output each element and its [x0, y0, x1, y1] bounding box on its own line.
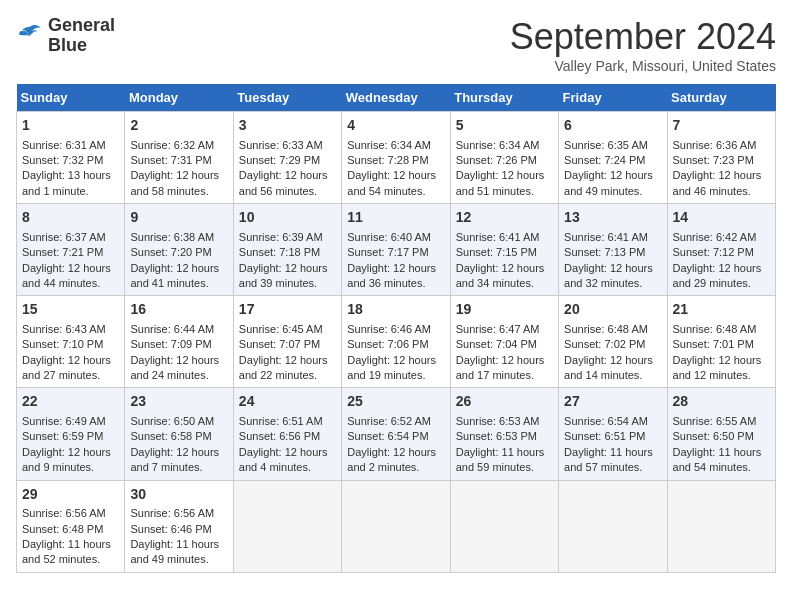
- daylight-text: Daylight: 12 hours and 2 minutes.: [347, 446, 436, 473]
- daylight-text: Daylight: 11 hours and 54 minutes.: [673, 446, 762, 473]
- day-number: 29: [22, 485, 119, 505]
- calendar-cell: 13Sunrise: 6:41 AMSunset: 7:13 PMDayligh…: [559, 204, 667, 296]
- calendar-cell: 10Sunrise: 6:39 AMSunset: 7:18 PMDayligh…: [233, 204, 341, 296]
- day-number: 20: [564, 300, 661, 320]
- logo: General Blue: [16, 16, 115, 56]
- calendar-cell: 11Sunrise: 6:40 AMSunset: 7:17 PMDayligh…: [342, 204, 450, 296]
- day-number: 6: [564, 116, 661, 136]
- day-number: 24: [239, 392, 336, 412]
- sunrise-text: Sunrise: 6:49 AM: [22, 415, 106, 427]
- calendar-cell: 1Sunrise: 6:31 AMSunset: 7:32 PMDaylight…: [17, 112, 125, 204]
- sunset-text: Sunset: 7:02 PM: [564, 338, 645, 350]
- calendar-cell: 23Sunrise: 6:50 AMSunset: 6:58 PMDayligh…: [125, 388, 233, 480]
- daylight-text: Daylight: 12 hours and 36 minutes.: [347, 262, 436, 289]
- sunrise-text: Sunrise: 6:41 AM: [564, 231, 648, 243]
- sunset-text: Sunset: 7:12 PM: [673, 246, 754, 258]
- calendar-cell: [233, 480, 341, 572]
- sunset-text: Sunset: 7:06 PM: [347, 338, 428, 350]
- day-number: 30: [130, 485, 227, 505]
- logo-text: General Blue: [48, 16, 115, 56]
- sunset-text: Sunset: 7:23 PM: [673, 154, 754, 166]
- daylight-text: Daylight: 11 hours and 52 minutes.: [22, 538, 111, 565]
- sunrise-text: Sunrise: 6:40 AM: [347, 231, 431, 243]
- daylight-text: Daylight: 12 hours and 34 minutes.: [456, 262, 545, 289]
- day-number: 12: [456, 208, 553, 228]
- daylight-text: Daylight: 12 hours and 58 minutes.: [130, 169, 219, 196]
- sunset-text: Sunset: 7:01 PM: [673, 338, 754, 350]
- calendar-cell: 25Sunrise: 6:52 AMSunset: 6:54 PMDayligh…: [342, 388, 450, 480]
- title-block: September 2024 Valley Park, Missouri, Un…: [510, 16, 776, 74]
- calendar-cell: 9Sunrise: 6:38 AMSunset: 7:20 PMDaylight…: [125, 204, 233, 296]
- daylight-text: Daylight: 12 hours and 49 minutes.: [564, 169, 653, 196]
- calendar-cell: 6Sunrise: 6:35 AMSunset: 7:24 PMDaylight…: [559, 112, 667, 204]
- month-title: September 2024: [510, 16, 776, 58]
- daylight-text: Daylight: 12 hours and 27 minutes.: [22, 354, 111, 381]
- day-number: 5: [456, 116, 553, 136]
- day-number: 18: [347, 300, 444, 320]
- day-number: 14: [673, 208, 770, 228]
- daylight-text: Daylight: 12 hours and 14 minutes.: [564, 354, 653, 381]
- day-number: 21: [673, 300, 770, 320]
- calendar-cell: 24Sunrise: 6:51 AMSunset: 6:56 PMDayligh…: [233, 388, 341, 480]
- sunset-text: Sunset: 6:59 PM: [22, 430, 103, 442]
- weekday-header-row: SundayMondayTuesdayWednesdayThursdayFrid…: [17, 84, 776, 112]
- calendar-cell: [667, 480, 775, 572]
- daylight-text: Daylight: 12 hours and 9 minutes.: [22, 446, 111, 473]
- daylight-text: Daylight: 12 hours and 41 minutes.: [130, 262, 219, 289]
- calendar-cell: 19Sunrise: 6:47 AMSunset: 7:04 PMDayligh…: [450, 296, 558, 388]
- calendar-cell: 26Sunrise: 6:53 AMSunset: 6:53 PMDayligh…: [450, 388, 558, 480]
- sunset-text: Sunset: 7:13 PM: [564, 246, 645, 258]
- calendar-cell: 27Sunrise: 6:54 AMSunset: 6:51 PMDayligh…: [559, 388, 667, 480]
- calendar-cell: 12Sunrise: 6:41 AMSunset: 7:15 PMDayligh…: [450, 204, 558, 296]
- day-number: 27: [564, 392, 661, 412]
- sunrise-text: Sunrise: 6:32 AM: [130, 139, 214, 151]
- sunrise-text: Sunrise: 6:53 AM: [456, 415, 540, 427]
- calendar-week-row: 29Sunrise: 6:56 AMSunset: 6:48 PMDayligh…: [17, 480, 776, 572]
- weekday-header-wednesday: Wednesday: [342, 84, 450, 112]
- daylight-text: Daylight: 12 hours and 7 minutes.: [130, 446, 219, 473]
- sunrise-text: Sunrise: 6:48 AM: [673, 323, 757, 335]
- sunrise-text: Sunrise: 6:52 AM: [347, 415, 431, 427]
- day-number: 17: [239, 300, 336, 320]
- sunset-text: Sunset: 6:54 PM: [347, 430, 428, 442]
- sunrise-text: Sunrise: 6:33 AM: [239, 139, 323, 151]
- day-number: 7: [673, 116, 770, 136]
- weekday-header-sunday: Sunday: [17, 84, 125, 112]
- daylight-text: Daylight: 12 hours and 17 minutes.: [456, 354, 545, 381]
- sunset-text: Sunset: 7:18 PM: [239, 246, 320, 258]
- day-number: 1: [22, 116, 119, 136]
- calendar-cell: 5Sunrise: 6:34 AMSunset: 7:26 PMDaylight…: [450, 112, 558, 204]
- day-number: 15: [22, 300, 119, 320]
- sunrise-text: Sunrise: 6:51 AM: [239, 415, 323, 427]
- sunrise-text: Sunrise: 6:45 AM: [239, 323, 323, 335]
- calendar-week-row: 22Sunrise: 6:49 AMSunset: 6:59 PMDayligh…: [17, 388, 776, 480]
- sunrise-text: Sunrise: 6:56 AM: [22, 507, 106, 519]
- page-header: General Blue September 2024 Valley Park,…: [16, 16, 776, 74]
- daylight-text: Daylight: 12 hours and 46 minutes.: [673, 169, 762, 196]
- calendar-cell: [450, 480, 558, 572]
- sunrise-text: Sunrise: 6:41 AM: [456, 231, 540, 243]
- sunrise-text: Sunrise: 6:54 AM: [564, 415, 648, 427]
- day-number: 25: [347, 392, 444, 412]
- daylight-text: Daylight: 11 hours and 49 minutes.: [130, 538, 219, 565]
- weekday-header-monday: Monday: [125, 84, 233, 112]
- sunset-text: Sunset: 7:09 PM: [130, 338, 211, 350]
- daylight-text: Daylight: 11 hours and 59 minutes.: [456, 446, 545, 473]
- calendar-cell: 20Sunrise: 6:48 AMSunset: 7:02 PMDayligh…: [559, 296, 667, 388]
- weekday-header-thursday: Thursday: [450, 84, 558, 112]
- sunset-text: Sunset: 7:15 PM: [456, 246, 537, 258]
- daylight-text: Daylight: 12 hours and 54 minutes.: [347, 169, 436, 196]
- day-number: 10: [239, 208, 336, 228]
- day-number: 4: [347, 116, 444, 136]
- calendar-week-row: 15Sunrise: 6:43 AMSunset: 7:10 PMDayligh…: [17, 296, 776, 388]
- daylight-text: Daylight: 12 hours and 4 minutes.: [239, 446, 328, 473]
- weekday-header-tuesday: Tuesday: [233, 84, 341, 112]
- sunrise-text: Sunrise: 6:55 AM: [673, 415, 757, 427]
- calendar-cell: 15Sunrise: 6:43 AMSunset: 7:10 PMDayligh…: [17, 296, 125, 388]
- sunrise-text: Sunrise: 6:34 AM: [456, 139, 540, 151]
- sunset-text: Sunset: 7:20 PM: [130, 246, 211, 258]
- calendar-cell: 14Sunrise: 6:42 AMSunset: 7:12 PMDayligh…: [667, 204, 775, 296]
- sunset-text: Sunset: 7:21 PM: [22, 246, 103, 258]
- sunrise-text: Sunrise: 6:46 AM: [347, 323, 431, 335]
- sunset-text: Sunset: 7:07 PM: [239, 338, 320, 350]
